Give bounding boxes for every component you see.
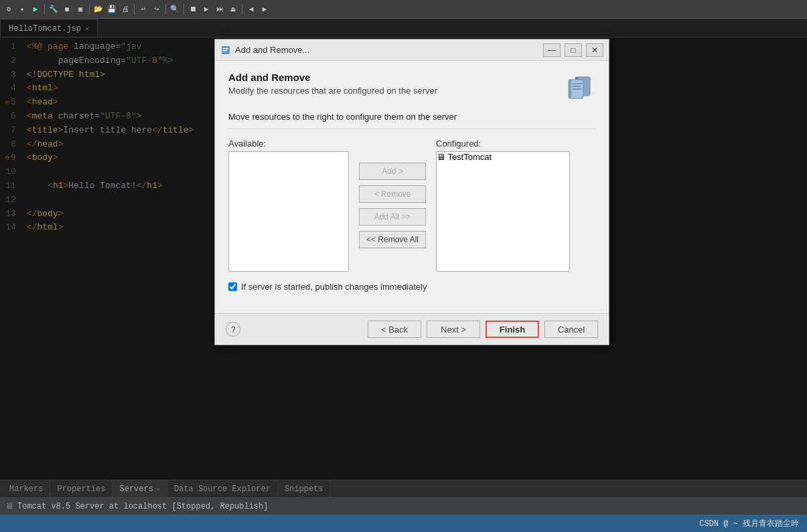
toolbar-icon-save[interactable]: 💾 bbox=[106, 3, 118, 15]
dialog-header-icon bbox=[563, 72, 595, 104]
dialog-header-text: Add and Remove Modify the resources that… bbox=[228, 72, 563, 96]
add-button[interactable]: Add > bbox=[359, 163, 426, 180]
available-section: Available: bbox=[228, 139, 349, 272]
toolbar: ⚙ ✦ ▶ 🔧 ◼ ▣ 📂 💾 🖨 ↩ ↪ 🔍 ⏹ ▶ ⏭ ⏏ ◀ ▶ bbox=[0, 0, 807, 19]
svg-rect-6 bbox=[569, 80, 571, 98]
toolbar-sep-4 bbox=[165, 4, 166, 15]
toolbar-sep-2 bbox=[89, 4, 90, 15]
svg-rect-1 bbox=[223, 48, 228, 50]
finish-button[interactable]: Finish bbox=[486, 321, 539, 338]
toolbar-sep-1 bbox=[44, 4, 45, 15]
publish-checkbox-label: If server is started, publish changes im… bbox=[241, 282, 427, 292]
dialog-title-icon bbox=[220, 45, 231, 56]
configured-listbox[interactable]: 🖥 TestTomcat bbox=[436, 151, 570, 272]
toolbar-icon-12[interactable]: ▶ bbox=[200, 3, 212, 15]
toolbar-icon-run[interactable]: ▶ bbox=[29, 3, 42, 15]
toolbar-icon-11[interactable]: ⏹ bbox=[187, 3, 199, 15]
configured-section: Configured: 🖥 TestTomcat bbox=[436, 139, 570, 272]
cancel-button[interactable]: Cancel bbox=[544, 321, 598, 338]
publish-checkbox[interactable] bbox=[228, 282, 237, 291]
dialog-close-button[interactable]: ✕ bbox=[586, 43, 603, 57]
dialog-body: Add and Remove Modify the resources that… bbox=[215, 61, 609, 313]
dialog-main-title: Add and Remove bbox=[228, 72, 563, 83]
toolbar-icon-9[interactable]: ↪ bbox=[151, 3, 163, 15]
center-buttons: Add > < Remove Add All >> << Remove All bbox=[356, 139, 429, 272]
configured-label: Configured: bbox=[436, 139, 570, 149]
dialog-title-text: Add and Remove... bbox=[235, 45, 539, 55]
server-bar: 🖥 Tomcat v8.5 Server at localhost [Stopp… bbox=[0, 497, 807, 515]
toolbar-sep-3 bbox=[134, 4, 135, 15]
dialog-instruction: Move resources to the right to configure… bbox=[228, 112, 595, 129]
next-button[interactable]: Next > bbox=[427, 321, 480, 338]
remove-all-button[interactable]: << Remove All bbox=[359, 231, 426, 248]
toolbar-icon-4[interactable]: ◼ bbox=[61, 3, 73, 15]
toolbar-sep-5 bbox=[184, 4, 184, 15]
available-label: Available: bbox=[228, 139, 349, 149]
dialog-header: Add and Remove Modify the resources that… bbox=[228, 72, 595, 104]
toolbar-icon-1[interactable]: ⚙ bbox=[3, 3, 15, 15]
dialog-footer: ? < Back Next > Finish Cancel bbox=[215, 313, 609, 345]
toolbar-icon-7[interactable]: 🖨 bbox=[119, 3, 131, 15]
toolbar-sep-6 bbox=[242, 4, 242, 15]
dialog-minimize-button[interactable]: — bbox=[543, 43, 561, 57]
status-bar: CSDN @ ~ 残月青衣踏尘吟 bbox=[0, 515, 807, 532]
server-bar-text: Tomcat v8.5 Server at localhost [Stopped… bbox=[17, 502, 268, 511]
toolbar-icon-14[interactable]: ⏏ bbox=[227, 3, 239, 15]
help-button[interactable]: ? bbox=[226, 322, 240, 337]
dialog-maximize-button[interactable]: □ bbox=[565, 43, 582, 57]
status-bar-text: CSDN @ ~ 残月青衣踏尘吟 bbox=[699, 518, 799, 529]
dialog-columns: Available: Add > < Remove Add All >> << … bbox=[228, 139, 595, 272]
toolbar-icon-13[interactable]: ⏭ bbox=[214, 3, 226, 15]
configured-item-testtomcat[interactable]: 🖥 TestTomcat bbox=[437, 152, 569, 163]
toolbar-icon-6[interactable]: 📂 bbox=[92, 3, 104, 15]
toolbar-icon-15[interactable]: ◀ bbox=[245, 3, 257, 15]
remove-button[interactable]: < Remove bbox=[359, 185, 426, 203]
toolbar-icon-10[interactable]: 🔍 bbox=[169, 3, 181, 15]
available-listbox[interactable] bbox=[228, 151, 349, 272]
dialog-titlebar: Add and Remove... — □ ✕ bbox=[215, 39, 609, 61]
back-button[interactable]: < Back bbox=[368, 321, 421, 338]
dialog-subtitle: Modify the resources that are configured… bbox=[228, 86, 563, 96]
add-all-button[interactable]: Add All >> bbox=[359, 208, 426, 226]
toolbar-icon-8[interactable]: ↩ bbox=[137, 3, 149, 15]
toolbar-icon-16[interactable]: ▶ bbox=[259, 3, 271, 15]
toolbar-icon-3[interactable]: 🔧 bbox=[48, 3, 60, 15]
server-icon: 🖥 bbox=[5, 501, 13, 511]
dialog-add-remove: Add and Remove... — □ ✕ Add and Remove M… bbox=[214, 39, 609, 345]
svg-rect-2 bbox=[223, 50, 227, 52]
toolbar-icon-2[interactable]: ✦ bbox=[16, 3, 28, 15]
toolbar-icon-5[interactable]: ▣ bbox=[74, 3, 86, 15]
checkbox-row: If server is started, publish changes im… bbox=[228, 282, 595, 292]
